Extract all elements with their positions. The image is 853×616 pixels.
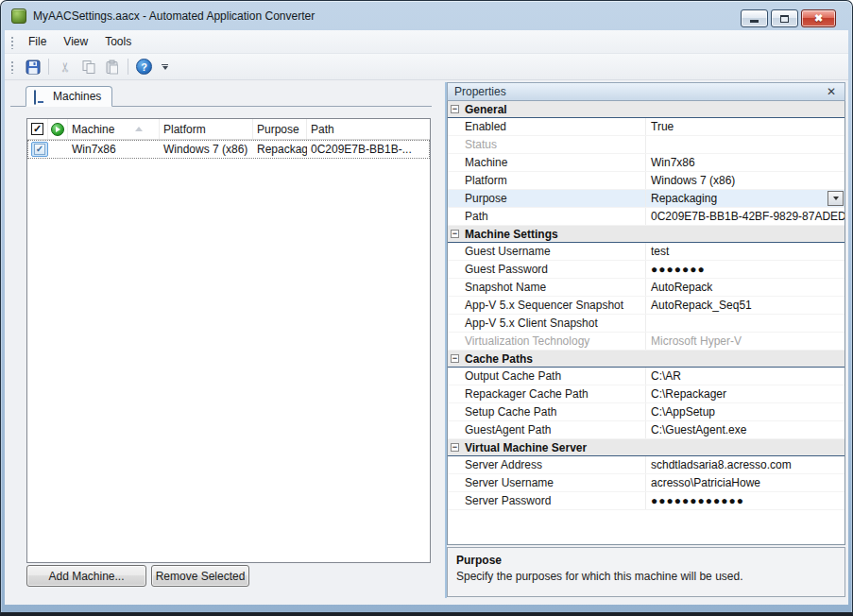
- prop-setup-cache-path-value[interactable]: C:\AppSetup: [646, 405, 844, 419]
- menu-tools[interactable]: Tools: [96, 31, 140, 52]
- app-icon: [11, 9, 26, 24]
- prop-virtualization-technology[interactable]: Virtualization TechnologyMicrosoft Hyper…: [448, 333, 844, 351]
- window-title: MyAACSettings.aacx - Automated Applicati…: [33, 9, 315, 23]
- column-header-purpose[interactable]: Purpose: [253, 119, 307, 139]
- section-cache-paths[interactable]: −Cache Paths: [448, 351, 844, 368]
- collapse-icon[interactable]: −: [451, 105, 459, 113]
- row-checkbox[interactable]: ✓: [31, 142, 48, 157]
- toolbar-grip-icon[interactable]: [9, 60, 13, 74]
- prop-guestagent-path[interactable]: GuestAgent PathC:\GuestAgent.exe: [448, 421, 844, 439]
- help-button[interactable]: ?: [133, 56, 155, 77]
- prop-path[interactable]: Path0C209E7B-BB1B-42BF-9829-87ADED2EB: [448, 208, 844, 226]
- prop-purpose-value[interactable]: Repackaging: [646, 192, 844, 205]
- prop-machine[interactable]: MachineWin7x86: [448, 154, 844, 172]
- tool-bar: ✂ ?: [5, 54, 848, 80]
- cut-button[interactable]: ✂: [54, 56, 76, 77]
- properties-header[interactable]: Properties ✕: [447, 82, 845, 101]
- menu-grip-icon[interactable]: [9, 35, 13, 49]
- prop-app-v-5-x-sequencer-snapshot[interactable]: App-V 5.x Sequencer SnapshotAutoRepack_S…: [448, 297, 844, 315]
- prop-snapshot-name[interactable]: Snapshot NameAutoRepack: [448, 279, 844, 297]
- machine-icon: [34, 91, 48, 103]
- column-header-platform[interactable]: Platform: [160, 119, 253, 139]
- section-general[interactable]: −General: [448, 101, 844, 118]
- minimize-button[interactable]: [741, 9, 768, 27]
- collapse-icon[interactable]: −: [451, 354, 459, 363]
- close-button[interactable]: ✖: [801, 9, 836, 27]
- paste-button[interactable]: [101, 56, 123, 77]
- collapse-icon[interactable]: −: [451, 230, 459, 238]
- prop-machine-value[interactable]: Win7x86: [646, 156, 844, 169]
- copy-button[interactable]: [77, 56, 99, 77]
- add-machine-button[interactable]: Add Machine...: [26, 565, 146, 587]
- maximize-icon: [780, 15, 789, 23]
- prop-setup-cache-path[interactable]: Setup Cache PathC:\AppSetup: [448, 403, 844, 421]
- select-all-checkbox[interactable]: ✓: [31, 123, 43, 135]
- property-description: Purpose Specify the purposes for which t…: [447, 547, 845, 597]
- prop-app-v-5-x-client-snapshot[interactable]: App-V 5.x Client Snapshot: [448, 315, 844, 333]
- prop-purpose[interactable]: PurposeRepackaging: [448, 190, 844, 208]
- chevron-down-icon: [162, 66, 168, 70]
- prop-app-v-5-x-sequencer-snapshot-value[interactable]: AutoRepack_Seq51: [646, 299, 844, 312]
- prop-guest-username-value[interactable]: test: [646, 245, 844, 258]
- prop-server-password[interactable]: Server Password●●●●●●●●●●●●: [448, 492, 844, 510]
- section-machine-settings[interactable]: −Machine Settings: [448, 226, 844, 243]
- tab-machines-label: Machines: [53, 90, 101, 103]
- prop-server-address[interactable]: Server Addressschdtladsaria8.acresso.com: [448, 456, 844, 474]
- prop-server-address-value[interactable]: schdtladsaria8.acresso.com: [646, 458, 844, 471]
- prop-enabled[interactable]: EnabledTrue: [448, 118, 844, 136]
- prop-snapshot-name-value[interactable]: AutoRepack: [646, 281, 844, 294]
- toolbar-separator: [128, 59, 128, 75]
- tab-machines[interactable]: Machines: [26, 86, 112, 107]
- maximize-button[interactable]: [771, 9, 798, 27]
- tab-strip: Machines: [10, 86, 432, 107]
- section-virtual-machine-server[interactable]: −Virtual Machine Server: [448, 439, 844, 456]
- list-body: ✓Win7x86Windows 7 (x86)Repackaging0C209E…: [27, 140, 430, 159]
- menu-file[interactable]: File: [20, 31, 55, 52]
- prop-status[interactable]: Status: [448, 136, 844, 154]
- status-play-icon: [51, 123, 64, 136]
- column-header-status[interactable]: [48, 119, 68, 139]
- prop-server-username[interactable]: Server Usernameacresso\PatriciaHowe: [448, 474, 844, 492]
- prop-enabled-value[interactable]: True: [646, 120, 844, 133]
- prop-output-cache-path-value[interactable]: C:\AR: [646, 369, 844, 383]
- purpose-dropdown-button[interactable]: [827, 191, 844, 206]
- prop-guest-password-value[interactable]: ●●●●●●●: [646, 263, 844, 276]
- prop-output-cache-path[interactable]: Output Cache PathC:\AR: [448, 368, 844, 385]
- toolbar-separator: [48, 59, 49, 75]
- cell-platform: Windows 7 (x86): [160, 143, 253, 156]
- menu-view[interactable]: View: [55, 31, 96, 52]
- description-text: Specify the purposes for which this mach…: [456, 570, 836, 583]
- toolbar-options-button[interactable]: [159, 56, 171, 77]
- properties-panel: Properties ✕ −GeneralEnabledTrueStatusMa…: [447, 82, 845, 598]
- panel-close-icon[interactable]: ✕: [825, 86, 838, 97]
- prop-platform-value[interactable]: Windows 7 (x86): [646, 174, 844, 187]
- prop-platform[interactable]: PlatformWindows 7 (x86): [448, 172, 844, 190]
- save-icon: [26, 60, 41, 75]
- prop-guest-password[interactable]: Guest Password●●●●●●●: [448, 261, 844, 279]
- window-controls: ✖: [741, 9, 836, 27]
- column-header-machine[interactable]: Machine: [68, 119, 160, 139]
- save-button[interactable]: [22, 56, 43, 77]
- prop-repackager-cache-path[interactable]: Repackager Cache PathC:\Repackager: [448, 385, 844, 403]
- machine-row[interactable]: ✓Win7x86Windows 7 (x86)Repackaging0C209E…: [27, 140, 430, 159]
- prop-guestagent-path-value[interactable]: C:\GuestAgent.exe: [646, 423, 844, 436]
- machine-list: ✓MachinePlatformPurposePath ✓Win7x86Wind…: [26, 118, 431, 563]
- prop-virtualization-technology-value[interactable]: Microsoft Hyper-V: [646, 334, 844, 348]
- prop-server-password-value[interactable]: ●●●●●●●●●●●●: [646, 494, 844, 507]
- minimize-icon: [750, 20, 759, 23]
- remove-selected-button[interactable]: Remove Selected: [151, 565, 249, 587]
- prop-repackager-cache-path-value[interactable]: C:\Repackager: [646, 387, 844, 401]
- collapse-icon[interactable]: −: [451, 443, 459, 452]
- toolbar-options-icon: [162, 64, 168, 65]
- client-area: FileViewTools ✂: [5, 30, 848, 605]
- column-header-select-all[interactable]: ✓: [27, 119, 48, 139]
- cell-purpose: Repackaging: [253, 143, 307, 156]
- column-header-path[interactable]: Path: [307, 119, 430, 139]
- prop-path-value[interactable]: 0C209E7B-BB1B-42BF-9829-87ADED2EB: [646, 210, 844, 223]
- title-bar[interactable]: MyAACSettings.aacx - Automated Applicati…: [1, 1, 852, 30]
- prop-server-username-value[interactable]: acresso\PatriciaHowe: [646, 476, 844, 489]
- prop-guest-username[interactable]: Guest Usernametest: [448, 243, 844, 261]
- list-header: ✓MachinePlatformPurposePath: [27, 119, 430, 140]
- menu-bar: FileViewTools: [5, 30, 848, 54]
- help-icon: ?: [136, 59, 152, 75]
